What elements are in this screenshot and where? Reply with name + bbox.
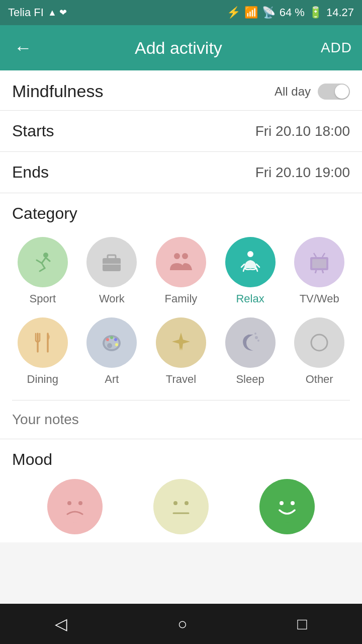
sleep-circle — [225, 317, 276, 368]
svg-point-10 — [174, 253, 180, 259]
svg-point-40 — [78, 501, 82, 505]
activity-name-input[interactable] — [12, 82, 275, 101]
svg-line-4 — [40, 268, 45, 271]
svg-line-14 — [256, 268, 257, 271]
mood-row — [12, 479, 350, 534]
status-bar: Telia FI ▲ ❤ ⚡ 📶 📡 64 % 🔋 14.27 — [0, 0, 362, 25]
svg-line-16 — [256, 264, 259, 267]
toggle-knob — [335, 85, 349, 99]
activity-name-row: All day — [0, 70, 362, 111]
notes-input[interactable] — [12, 412, 350, 428]
notes-row — [0, 400, 362, 439]
starts-row[interactable]: Starts Fri 20.10 18:00 — [0, 111, 362, 152]
starts-label: Starts — [12, 122, 54, 140]
category-sleep[interactable]: Sleep — [216, 311, 285, 392]
category-art[interactable]: Art — [77, 311, 147, 392]
mood-label: Mood — [12, 450, 350, 469]
svg-line-5 — [37, 260, 42, 263]
other-circle — [294, 317, 344, 368]
other-name: Other — [306, 373, 333, 386]
nav-bar: ◁ ○ □ — [0, 604, 362, 644]
svg-point-12 — [247, 251, 253, 257]
svg-line-13 — [243, 268, 244, 271]
svg-point-34 — [255, 336, 258, 339]
svg-point-36 — [257, 340, 259, 342]
travel-circle — [156, 317, 206, 368]
sport-circle — [18, 237, 68, 287]
carrier-text: Telia FI — [8, 6, 44, 19]
header: ← Add activity ADD — [0, 25, 362, 70]
svg-line-2 — [42, 258, 46, 263]
category-dining[interactable]: Dining — [8, 311, 77, 392]
category-tvweb[interactable]: TV/Web — [285, 231, 354, 311]
category-work[interactable]: Work — [77, 231, 147, 311]
tvweb-name: TV/Web — [300, 292, 339, 305]
mood-sad[interactable] — [47, 479, 103, 534]
relax-circle — [225, 237, 276, 287]
mood-section: Mood — [0, 439, 362, 542]
svg-line-3 — [42, 263, 45, 268]
status-right: ⚡ 📶 📡 64 % 🔋 14.27 — [227, 6, 354, 19]
category-family[interactable]: Family — [146, 231, 216, 311]
main-content: All day Starts Fri 20.10 18:00 Ends Fri … — [0, 70, 362, 542]
bluetooth-icon: ⚡ — [227, 6, 240, 19]
mood-happy[interactable] — [259, 479, 315, 534]
svg-point-33 — [107, 343, 112, 348]
nav-back-button[interactable]: ◁ — [40, 609, 82, 638]
family-circle — [156, 237, 206, 287]
svg-line-6 — [46, 258, 50, 261]
svg-point-37 — [311, 335, 327, 351]
allday-label: All day — [275, 85, 311, 99]
mood-neutral[interactable] — [153, 479, 209, 534]
allday-toggle[interactable] — [318, 84, 350, 100]
nav-home-button[interactable]: ○ — [162, 610, 202, 638]
category-travel[interactable]: Travel — [146, 311, 216, 392]
svg-point-39 — [67, 501, 71, 505]
back-button[interactable]: ← — [10, 33, 36, 62]
svg-point-29 — [106, 338, 109, 341]
svg-point-32 — [115, 343, 118, 346]
sleep-name: Sleep — [236, 373, 264, 386]
category-sport[interactable]: Sport — [8, 231, 77, 311]
svg-point-41 — [165, 491, 197, 523]
svg-line-15 — [241, 264, 244, 267]
sport-name: Sport — [30, 292, 56, 305]
svg-point-47 — [291, 501, 295, 505]
svg-point-1 — [43, 253, 48, 258]
work-name: Work — [99, 292, 125, 305]
svg-point-31 — [114, 338, 117, 341]
svg-line-20 — [322, 270, 323, 273]
svg-point-42 — [173, 501, 177, 505]
travel-name: Travel — [166, 373, 196, 386]
ends-value: Fri 20.10 19:00 — [255, 165, 350, 181]
category-other[interactable]: Other — [285, 311, 354, 392]
tvweb-circle — [294, 237, 344, 287]
signal-icon: 📡 — [262, 6, 276, 19]
svg-point-11 — [182, 253, 188, 259]
dining-circle — [18, 317, 68, 368]
category-label: Category — [0, 193, 362, 231]
svg-point-46 — [280, 501, 284, 505]
relax-name: Relax — [236, 292, 264, 305]
work-circle — [86, 237, 137, 287]
svg-line-19 — [315, 270, 316, 273]
clock: 14.27 — [326, 6, 354, 19]
dining-name: Dining — [27, 373, 58, 386]
svg-line-22 — [322, 253, 325, 257]
svg-rect-18 — [312, 259, 326, 268]
ends-row[interactable]: Ends Fri 20.10 19:00 — [0, 152, 362, 193]
add-button[interactable]: ADD — [321, 40, 352, 56]
battery-text: 64 % — [280, 6, 305, 19]
svg-point-38 — [59, 491, 91, 523]
nav-recent-button[interactable]: □ — [282, 610, 322, 638]
wifi-icon: 📶 — [244, 6, 258, 19]
svg-point-35 — [254, 333, 256, 335]
status-left: Telia FI ▲ ❤ — [8, 6, 67, 19]
category-grid: Sport Work — [0, 231, 362, 400]
ends-label: Ends — [12, 163, 49, 182]
status-icons: ▲ ❤ — [48, 7, 67, 18]
art-name: Art — [105, 373, 119, 386]
battery-icon: 🔋 — [309, 6, 322, 19]
starts-value: Fri 20.10 18:00 — [255, 123, 350, 139]
category-relax[interactable]: Relax — [216, 231, 285, 311]
